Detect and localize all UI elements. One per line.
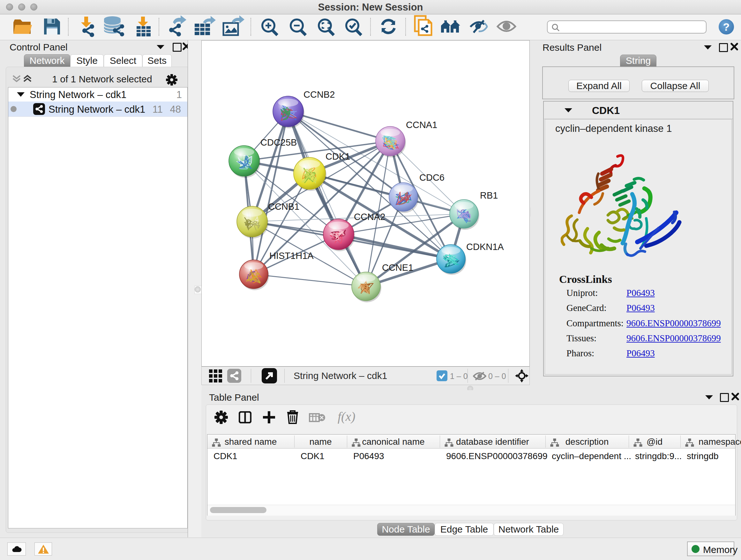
svg-text:CDC25B: CDC25B <box>260 137 297 147</box>
svg-text:HIST1H1A: HIST1H1A <box>269 251 314 261</box>
svg-text:CCNE1: CCNE1 <box>382 262 413 273</box>
svg-text:CCNA2: CCNA2 <box>354 212 385 222</box>
svg-text:CCNB2: CCNB2 <box>304 89 335 100</box>
svg-text:CDKN1A: CDKN1A <box>466 242 504 252</box>
svg-text:CDC6: CDC6 <box>419 172 445 183</box>
svg-text:CCNA1: CCNA1 <box>406 120 437 130</box>
svg-text:RB1: RB1 <box>480 190 498 200</box>
svg-text:CCNB1: CCNB1 <box>268 201 299 212</box>
svg-text:CDK1: CDK1 <box>326 151 350 162</box>
